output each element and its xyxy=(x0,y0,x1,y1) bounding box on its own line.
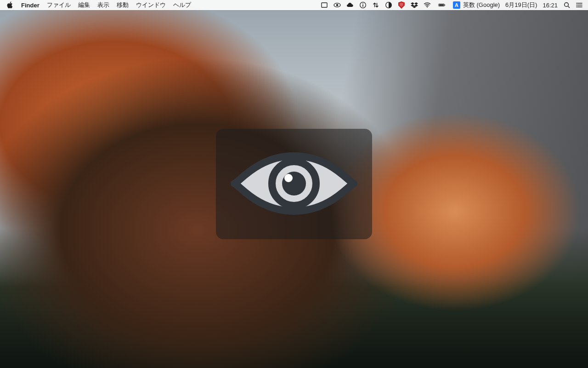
svg-point-7 xyxy=(427,7,428,8)
input-source-menu[interactable]: A 英数 (Google) xyxy=(453,1,500,9)
cloud-icon[interactable] xyxy=(346,1,354,9)
apple-menu-icon[interactable] xyxy=(6,1,14,9)
menu-go[interactable]: 移動 xyxy=(117,1,129,9)
menu-clock[interactable]: 16:21 xyxy=(543,2,558,9)
svg-rect-10 xyxy=(445,5,445,6)
sight-overlay-panel xyxy=(216,129,372,239)
wifi-icon[interactable] xyxy=(424,1,431,9)
svg-point-2 xyxy=(336,4,339,6)
notification-center-icon[interactable] xyxy=(576,1,583,9)
menu-bar: Finder ファイル 編集 表示 移動 ウインドウ ヘルプ xyxy=(0,0,588,10)
svg-rect-0 xyxy=(322,3,327,7)
preview-eye-icon[interactable] xyxy=(334,1,341,9)
menu-file[interactable]: ファイル xyxy=(47,1,71,9)
spotlight-search-icon[interactable] xyxy=(563,1,571,9)
menu-help[interactable]: ヘルプ xyxy=(173,1,191,9)
eye-icon xyxy=(230,144,358,224)
svg-rect-4 xyxy=(362,5,363,7)
svg-rect-5 xyxy=(362,3,363,4)
menu-window[interactable]: ウインドウ xyxy=(136,1,166,9)
svg-line-12 xyxy=(568,6,570,8)
contrast-icon[interactable] xyxy=(385,1,392,9)
ime-label: 英数 (Google) xyxy=(463,1,500,9)
rectangle-icon[interactable] xyxy=(321,1,328,9)
app-name[interactable]: Finder xyxy=(21,2,40,9)
svg-point-17 xyxy=(576,5,577,6)
menu-edit[interactable]: 編集 xyxy=(78,1,90,9)
menu-view[interactable]: 表示 xyxy=(97,1,109,9)
antivirus-shield-icon[interactable] xyxy=(398,1,405,9)
svg-rect-9 xyxy=(439,4,444,6)
svg-point-11 xyxy=(565,3,569,7)
battery-icon[interactable] xyxy=(436,1,447,9)
dropbox-icon[interactable] xyxy=(411,1,418,9)
svg-point-18 xyxy=(576,6,577,7)
svg-point-16 xyxy=(576,3,577,4)
updown-arrows-icon[interactable] xyxy=(372,1,379,9)
menu-date[interactable]: 6月19日(日) xyxy=(505,1,537,9)
svg-point-21 xyxy=(284,174,293,182)
info-icon[interactable] xyxy=(359,1,367,9)
ime-badge: A xyxy=(453,1,460,9)
